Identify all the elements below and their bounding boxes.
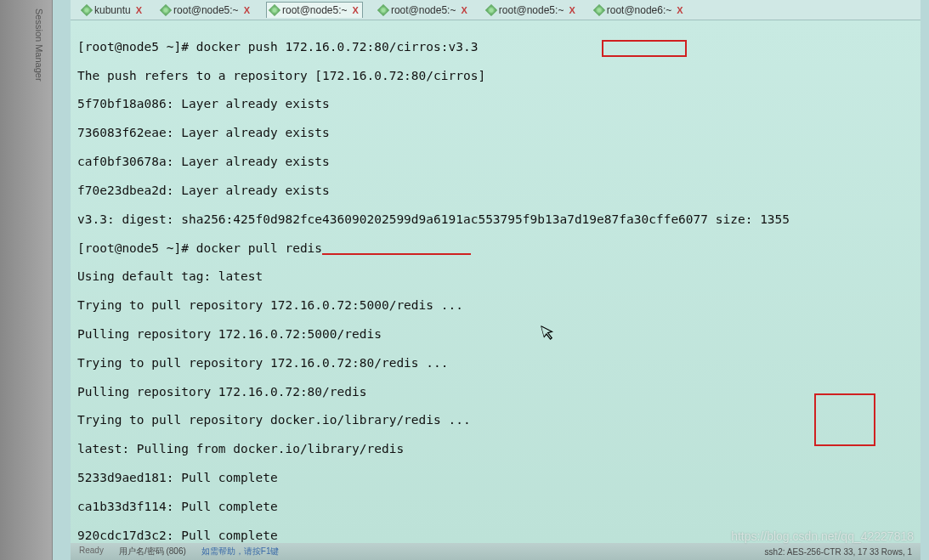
term-line: 736083f62eae: Layer already exists: [77, 126, 914, 140]
close-icon[interactable]: X: [134, 5, 142, 15]
session-manager-label: Session Manager: [34, 8, 44, 82]
terminal-output[interactable]: [root@node5 ~]# docker push 172.16.0.72:…: [71, 20, 921, 543]
close-icon[interactable]: X: [351, 5, 359, 15]
tab-bar: kubuntu X root@node5:~ X root@node5:~ X …: [71, 0, 921, 20]
status-left-1: 用户名/密码 (806): [119, 546, 186, 557]
tab-node6[interactable]: root@node6:~ X: [592, 3, 687, 18]
term-line: caf0bf30678a: Layer already exists: [77, 155, 914, 169]
tab-label: root@node5:~: [391, 4, 456, 16]
term-line: Pulling repository 172.16.0.72:80/redis: [77, 385, 914, 399]
tab-label: root@node5:~: [282, 4, 348, 16]
session-icon: [377, 3, 389, 15]
tab-label: kubuntu: [94, 4, 131, 16]
term-line: Pulling repository 172.16.0.72:5000/redi…: [77, 327, 914, 342]
session-icon: [269, 4, 280, 16]
term-line: 5f70bf18a086: Layer already exists: [77, 97, 914, 111]
session-icon: [485, 3, 497, 15]
session-icon: [593, 3, 605, 15]
term-line: 5233d9aed181: Pull complete: [77, 471, 914, 485]
watermark-text: https://blog.csdn.net/qq_42227818: [731, 529, 914, 543]
term-line: [root@node5 ~]# docker push 172.16.0.72:…: [77, 40, 914, 54]
tab-node5-2-active[interactable]: root@node5:~ X: [266, 2, 363, 18]
tab-label: root@node6:~: [607, 4, 672, 16]
term-line: The push refers to a repository [172.16.…: [77, 69, 914, 83]
session-icon: [160, 3, 172, 15]
status-left-2: 如需帮助，请按F1键: [201, 546, 280, 557]
ready-label: Ready: [79, 546, 104, 557]
term-line: v3.3: digest: sha256:425f0d982fce4360902…: [77, 212, 914, 227]
annotation-box-bottom: [814, 393, 875, 446]
term-line: Using default tag: latest: [77, 269, 914, 284]
tab-node5-4[interactable]: root@node5:~ X: [484, 3, 579, 18]
annotation-underline: [322, 241, 471, 255]
session-icon: [81, 3, 93, 15]
status-right: ssh2: AES-256-CTR 33, 17 33 Rows, 1: [765, 547, 912, 557]
tab-node5-3[interactable]: root@node5:~ X: [376, 3, 471, 18]
terminal-window: kubuntu X root@node5:~ X root@node5:~ X …: [71, 0, 921, 560]
tab-kubuntu[interactable]: kubuntu X: [79, 3, 145, 18]
term-line: latest: Pulling from docker.io/library/r…: [77, 442, 914, 456]
close-icon[interactable]: X: [459, 5, 467, 15]
close-icon[interactable]: X: [675, 5, 683, 15]
close-icon[interactable]: X: [242, 5, 250, 15]
term-line: ca1b33d3f114: Pull complete: [77, 500, 914, 514]
annotation-box-top: [602, 40, 687, 57]
term-line: Trying to pull repository docker.io/libr…: [77, 413, 914, 427]
tab-label: root@node5:~: [173, 4, 239, 16]
tab-label: root@node5:~: [499, 4, 564, 16]
term-line: f70e23dbea2d: Layer already exists: [77, 184, 914, 198]
status-bar: Ready 用户名/密码 (806) 如需帮助，请按F1键 ssh2: AES-…: [71, 543, 921, 560]
close-icon[interactable]: X: [567, 5, 575, 15]
term-line: Trying to pull repository 172.16.0.72:80…: [77, 356, 914, 371]
tab-node5-1[interactable]: root@node5:~ X: [158, 3, 253, 18]
term-line: [root@node5 ~]# docker pull redis: [77, 241, 914, 256]
session-manager-sidebar[interactable]: Session Manager: [0, 0, 53, 560]
term-line: Trying to pull repository 172.16.0.72:50…: [77, 298, 914, 313]
